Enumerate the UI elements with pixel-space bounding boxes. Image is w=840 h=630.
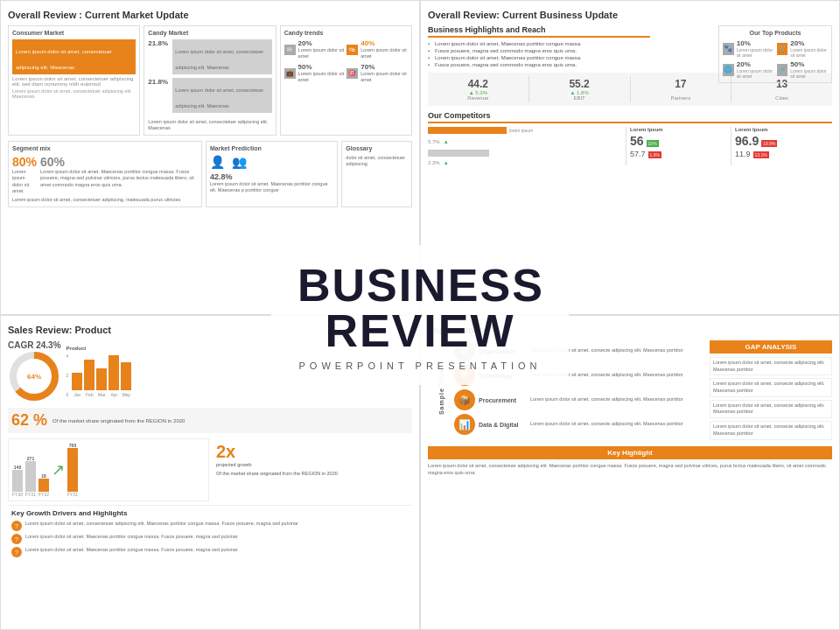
bar-may: May <box>121 362 131 397</box>
donut-section: CAGR 24.3% 64% <box>8 340 61 402</box>
product-item-2: 🛒 20% Lorem ipsum dolor sit amet <box>777 39 829 58</box>
q1-top-row: Consumer Market Lorem ipsum dolor sit am… <box>8 25 412 136</box>
impr-row-3: 📊 Data & Digital Lorem ipsum dolor sit a… <box>454 414 706 435</box>
bar-y-axis: 4 2 0 <box>66 354 69 397</box>
gap-item-2: Lorem ipsum dolor sit amet, consecte adi… <box>710 378 832 396</box>
comp-col-1: Lorem Ipsum 56 10% 57.7 1.9% <box>626 127 727 165</box>
driver-2: ? Lorem ipsum dolor sit amet. Maecenas p… <box>11 534 409 544</box>
market-pred-label: Market Prediction <box>210 145 333 151</box>
comp-bar-1: lorem ipsum <box>428 127 622 134</box>
gap-analysis-header: GAP ANALYSIS <box>710 340 832 354</box>
growth-projected: projected growth <box>216 462 409 467</box>
bar-feb: Feb <box>84 360 94 397</box>
donut-label: 64% <box>27 373 41 381</box>
chart-arrow-area: 140 FY20 271 FY21 18 FY22 ↗ 700 <box>8 438 209 501</box>
glossary-label: Glossary <box>346 145 408 151</box>
market-share-desc: Of the market share originated from the … <box>52 418 185 424</box>
segment-mix-row: 80% Lorem ipsum dolor sit amet. 60% Lore… <box>12 155 198 194</box>
gap-analysis-col: GAP ANALYSIS Lorem ipsum dolor sit amet,… <box>710 340 832 443</box>
segment-mix-block: Segment mix 80% Lorem ipsum dolor sit am… <box>8 141 202 207</box>
stat-revenue: 44.2 ▲ 5.3% Revenue <box>428 76 529 102</box>
driver-text-2: Lorem ipsum dolor sit amet. Maecenas por… <box>25 534 238 541</box>
q1-title: Overall Review : Current Market Update <box>8 10 412 20</box>
candy-row-1: 21.8% Lorem ipsum dolor sit amet, consec… <box>148 39 271 76</box>
comp-bar-area: lorem ipsum 5.7% ▲ 2.2% ▲ <box>428 127 622 165</box>
pred-icons: 👤 👥 <box>210 155 333 169</box>
highlights-title: Business Highlights and Reach <box>428 25 650 38</box>
trend-item-2: 🛍 40% Lorem ipsum dolor sit amet <box>346 39 408 60</box>
product-icon-2: 🛒 <box>777 43 788 55</box>
market-prediction-block: Market Prediction 👤 👥 42.8% Lorem ipsum … <box>206 141 338 207</box>
candy-trends-label: Candy trends <box>284 30 408 36</box>
trend-icon-4: 🎯 <box>346 68 358 79</box>
stat-ebit: 55.2 ▲ 1.8% EBIT <box>529 76 631 102</box>
trend-item-1: ✉ 20% Lorem ipsum dolor sit amet <box>284 39 346 60</box>
stat-partners: 17 Partners <box>631 76 732 102</box>
market-share-row: 62 % Of the market share originated from… <box>8 408 412 433</box>
growth-desc: Of the market share originated from the … <box>216 471 409 476</box>
top-products-box: Our Top Products 🐾 10% Lorem ipsum dolor… <box>718 25 832 83</box>
highlight-1: Lorem ipsum dolor sit amet, Maecenas por… <box>428 41 650 46</box>
person-icon-2: 👥 <box>232 155 247 169</box>
driver-text-3: Lorem ipsum dolor sit amet. Maecenas por… <box>25 547 238 554</box>
gap-item-4: Lorem ipsum dolor sit amet, consecte adi… <box>710 421 832 439</box>
comp-col-2: Lorem Ipsum 96.9 19.8% 11.9 13.1% <box>731 127 832 165</box>
trend-item-3: 💼 50% Lorem ipsum dolor sit amet <box>284 63 346 83</box>
growth-bar-fy21b: 700 FY21 <box>67 443 78 497</box>
consumer-market-label: Consumer Market <box>12 30 136 36</box>
driver-q-2: ? <box>11 534 22 544</box>
center-title-line2: REVIEW <box>298 308 542 354</box>
trend-icon-2: 🛍 <box>346 45 358 55</box>
key-drivers-title: Key Growth Drivers and Highlights <box>11 509 409 517</box>
market-share-pct: 62 % <box>11 411 47 430</box>
growth-2x-label: 2x <box>216 442 409 462</box>
product-item-1: 🐾 10% Lorem ipsum dolor sit amet <box>723 39 774 58</box>
product-icon-3: 🌐 <box>723 64 734 76</box>
comp-bar-orange <box>428 127 507 134</box>
candy-market-items: 21.8% Lorem ipsum dolor sit amet, consec… <box>148 39 271 131</box>
growth-section: 140 FY20 271 FY21 18 FY22 ↗ 700 <box>8 438 412 501</box>
person-icon-1: 👤 <box>210 155 225 169</box>
growth-arrow-icon: ↗ <box>52 460 65 480</box>
candy-market-label: Candy Market <box>148 30 271 36</box>
bar-apr: Apr <box>108 355 119 397</box>
driver-q-1: ? <box>11 521 22 531</box>
candy-market-block: Candy Market 21.8% Lorem ipsum dolor sit… <box>144 25 276 136</box>
key-highlight-text: Lorem ipsum dolor sit amet, consectetuer… <box>428 462 832 477</box>
q2-title: Overall Review: Current Business Update <box>428 10 832 20</box>
proc-desc1: Lorem ipsum dolor sit amet, consecte adi… <box>530 396 706 403</box>
key-highlight-bar: Key Highlight <box>428 446 832 459</box>
donut-chart: 64% <box>8 350 60 402</box>
center-overlay: BUSINESS REVIEW POWERPOINT PRESENTATION <box>271 245 569 385</box>
impr-row-2: 📦 Procurement Lorem ipsum dolor sit amet… <box>454 389 706 410</box>
proc-icon: 📦 <box>454 389 475 410</box>
center-subtitle: POWERPOINT PRESENTATION <box>298 360 542 371</box>
comp-bar-2 <box>428 150 622 157</box>
product-icon-1: 🐾 <box>723 43 734 55</box>
comp-lorem-ipsum-1: lorem ipsum <box>509 128 533 133</box>
driver-3: ? Lorem ipsum dolor sit amet. Maecenas p… <box>11 547 409 557</box>
candy-trends-block: Candy trends ✉ 20% Lorem ipsum dolor sit… <box>280 25 412 136</box>
trend-icon-3: 💼 <box>284 68 296 79</box>
data-desc1: Lorem ipsum dolor sit amet, consecte adi… <box>530 421 706 428</box>
bar-jan: Jan <box>72 373 82 397</box>
glossary-block: Glossary dolor sit amet, consectetuer ad… <box>341 141 412 207</box>
highlight-2: Fusce posuere, magna sed commodo magna e… <box>428 48 650 53</box>
data-label: Data & Digital <box>479 422 527 428</box>
q1-bottom-row: Segment mix 80% Lorem ipsum dolor sit am… <box>8 141 412 207</box>
key-drivers-section: Key Growth Drivers and Highlights ? Lore… <box>8 505 412 564</box>
highlight-4: Fusce posuere, magna sed commodo magna e… <box>428 62 650 67</box>
candy-row-2: 21.8% Lorem ipsum dolor sit amet, consec… <box>148 78 271 115</box>
segment-mix-label: Segment mix <box>12 145 198 151</box>
gap-item-1: Lorem ipsum dolor sit amet, consecte adi… <box>710 357 832 375</box>
consumer-bar1: Lorem ipsum dolor sit amet, consectetuer… <box>12 39 136 74</box>
product-icon-4: 🔗 <box>777 64 788 76</box>
products-grid: 🐾 10% Lorem ipsum dolor sit amet 🛒 20% L… <box>723 39 828 79</box>
product-item-4: 🔗 50% Lorem ipsum dolor sit amet <box>777 60 829 79</box>
growth-bar-fy20: 140 FY20 <box>12 465 23 497</box>
driver-q-3: ? <box>11 547 22 557</box>
growth-bar-fy21a: 271 FY21 <box>25 456 36 497</box>
comp-bar-gray <box>428 150 489 157</box>
driver-1: ? Lorem ipsum dolor sit amet, consectetu… <box>11 521 409 531</box>
highlights-section: Business Highlights and Reach Lorem ipsu… <box>428 25 650 67</box>
